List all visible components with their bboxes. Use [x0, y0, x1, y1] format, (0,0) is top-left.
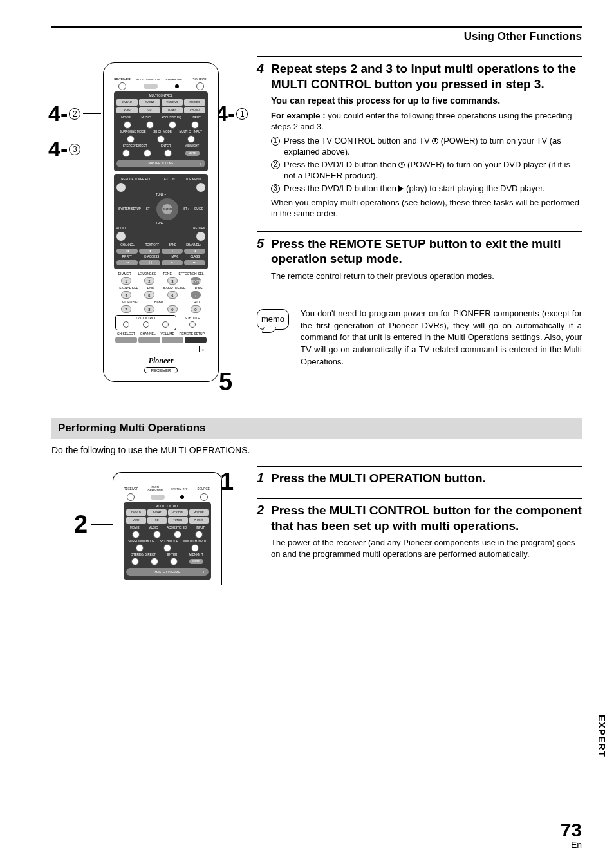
left-column-lower: 1 2 RECEIVER MULTI OPERATION SYSTEM OFF …	[51, 466, 241, 598]
lbl-multich: MULTI CH INPUT	[183, 540, 207, 543]
num-4: 4	[121, 291, 131, 299]
lbl-music: MUSIC	[141, 116, 151, 120]
example-2: 2Press the DVD/LD button then (POWER) to…	[271, 159, 582, 182]
callout-4-3: 4-3	[48, 137, 101, 162]
perform-2-title: Press the MULTI CONTROL button for the c…	[271, 503, 582, 534]
numeric-pad: DIMMERLOUDNESSTONEEFFECT/CH SEL 123ENTER…	[115, 272, 207, 343]
lbl-top-menu: TOP MENU	[185, 178, 201, 182]
mc-vcr2: VCR2	[126, 517, 146, 524]
lbl-acoustic: ACOUSTIC EQ	[167, 526, 187, 529]
multi-control-label: MULTI CONTROL	[126, 505, 209, 508]
ex1-a: Press the TV CONTROL button and TV	[284, 136, 432, 146]
btn-enter	[151, 558, 158, 565]
btn-skip-back: |◂◂	[116, 260, 138, 265]
lbl-stereo: STEREO/ DIRECT	[123, 144, 147, 148]
lbl-video: VIDEO SEL	[122, 300, 139, 304]
btn-top-menu	[196, 183, 205, 192]
perform-1-num: 1	[257, 471, 271, 485]
lbl-sbch: SB CH MODE	[153, 130, 172, 134]
num-8: 8	[144, 305, 154, 313]
btn-pause: ❚❚	[139, 260, 160, 265]
mc-dvd-ld: DVD/LD	[126, 509, 146, 516]
performing-intro: Do the following to use the MULTI OPERAT…	[51, 445, 582, 455]
btn-multich	[187, 135, 195, 143]
receiver-label: RECEIVER	[144, 367, 178, 373]
pioneer-logo: Pioneer	[110, 356, 212, 366]
lbl-movie: MOVIE	[130, 526, 140, 529]
btn-fwd: ▸	[162, 249, 183, 254]
perform-step-2: 2 Press the MULTI CONTROL button for the…	[257, 498, 582, 560]
callout-num: 4-	[48, 101, 68, 126]
lbl-tune-plus: TUNE +	[156, 193, 166, 197]
lbl-text-off: TEXT OFF	[145, 243, 160, 247]
source-power-button	[196, 82, 204, 90]
callout-sub: 1	[236, 108, 248, 120]
lbl-enter: ENTER	[161, 144, 171, 148]
mc-cd: CD	[139, 107, 160, 113]
led-indicator	[180, 495, 184, 499]
lbl-stereo: STEREO/ DIRECT	[131, 553, 156, 556]
mc-vcr-dvr: VCR/DVR	[162, 99, 183, 106]
lbl-sbch: SB CH MODE	[160, 540, 178, 543]
callout-s1: 1	[220, 468, 234, 496]
receiver-power-button	[118, 82, 126, 90]
num-2: 2	[144, 277, 154, 285]
step-4-tail: When you employ multi operations (see be…	[271, 197, 582, 220]
btn-acoustic	[169, 121, 176, 129]
lbl-surround: SURROUND MODE	[128, 540, 154, 543]
mc-tv-sat: TV/SAT	[139, 99, 160, 106]
num-6: 6	[167, 291, 178, 299]
dpad: ENTER	[156, 198, 178, 220]
btn-mute: MUTE	[185, 151, 200, 156]
callout-sub: 2	[69, 108, 80, 120]
lbl-st-minus: ST–	[146, 207, 151, 211]
label-system-off: SYSTEM OFF	[162, 78, 186, 81]
dpad-enter: ENTER	[162, 204, 172, 214]
source-power-button	[200, 493, 208, 501]
multi-control-panel: MULTI CONTROL DVD/LDTV/SATVCR/DVRMD/CDR …	[114, 91, 208, 171]
ex3-b: (play) to start playing the DVD player.	[404, 184, 544, 193]
btn-input	[195, 531, 203, 538]
page-number: 73 En	[561, 820, 582, 850]
num-0: 0	[191, 305, 201, 313]
lbl-subtitle: SUBTITLE	[185, 316, 200, 320]
right-column-lower: 1 Press the MULTI OPERATION button. 2 Pr…	[257, 466, 582, 571]
remote-diagram-wrap: 4-2 4-1 4-3 5 RECEIVER MULTI OP	[51, 62, 241, 382]
mc-tv-sat: TV/SAT	[147, 509, 167, 516]
callout-5: 5	[219, 368, 232, 396]
btn-skip-fwd: ▸▸|	[184, 260, 205, 265]
lbl-midnight: MIDNIGHT	[189, 553, 203, 556]
multi-op-button	[144, 84, 158, 89]
side-tab-label: EXPERT	[597, 715, 608, 757]
lbl-channel: CHANNEL	[140, 332, 156, 335]
perform-2-num: 2	[257, 503, 271, 517]
lbl-tone: TONE	[163, 272, 172, 276]
btn-music	[146, 121, 154, 129]
right-column: 4 Repeat steps 2 and 3 to input multi op…	[257, 56, 582, 368]
callout-sub: 3	[69, 144, 80, 155]
lbl-multich: MULTI CH INPUT	[179, 130, 202, 134]
btn-ch-select	[115, 337, 137, 343]
btn-movie	[124, 121, 131, 129]
page-header: Using Other Functions	[51, 26, 582, 43]
num-3: 3	[167, 277, 178, 285]
example-1: 1Press the TV CONTROL button and TV (POW…	[271, 135, 582, 158]
multi-op-button	[151, 495, 165, 500]
power-icon	[432, 138, 438, 144]
lbl-guide: GUIDE	[194, 207, 203, 211]
step-5-title: Press the REMOTE SETUP button to exit th…	[271, 236, 582, 267]
callout-s2: 2	[74, 511, 114, 538]
btn-next: ▸▸	[184, 249, 205, 254]
num-5: 5	[144, 291, 154, 299]
step-5: 5 Press the REMOTE SETUP button to exit …	[257, 231, 582, 282]
multi-control-label: MULTI CONTROL	[116, 94, 205, 98]
step-5-body: The remote control return to their previ…	[271, 270, 582, 282]
btn-multich	[191, 544, 199, 552]
manual-page: Using Other Functions 4-2 4-1 4-3 5	[0, 0, 614, 868]
btn-prev: ◂◂	[116, 249, 138, 254]
btn-music	[153, 531, 161, 538]
btn-mute: MUTE	[189, 559, 203, 564]
btn-midnight	[164, 149, 172, 157]
tv-btn-3	[162, 321, 169, 328]
for-example-label: For example :	[271, 111, 326, 120]
